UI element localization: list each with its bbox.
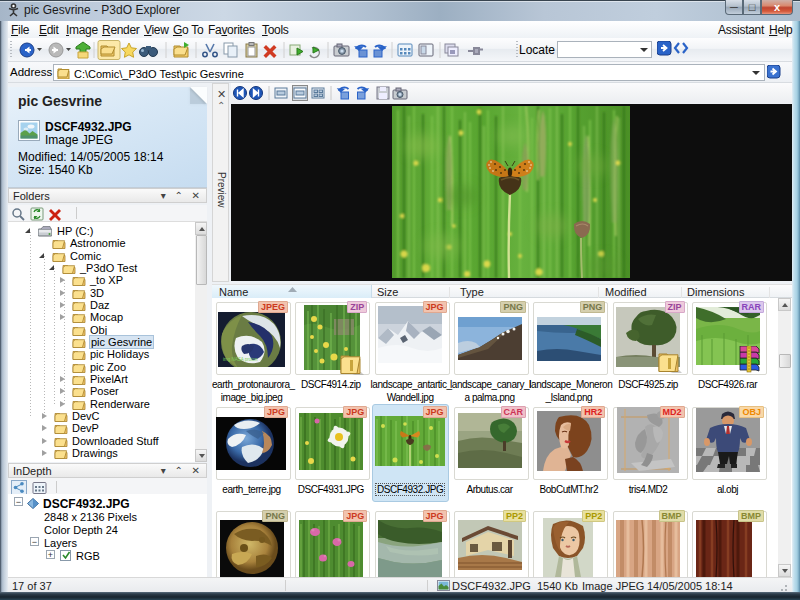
svg-text:img NASA proton: img NASA proton [223,357,258,362]
